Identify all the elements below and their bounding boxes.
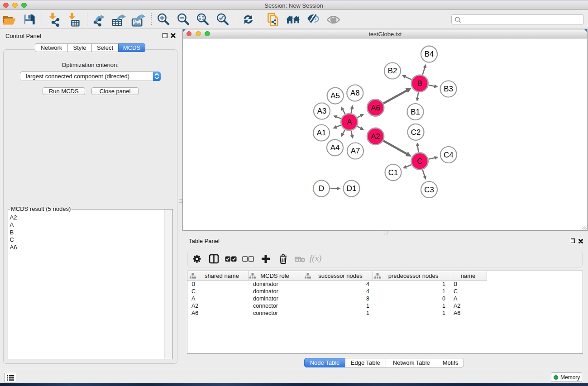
svg-text:B3: B3 bbox=[444, 85, 453, 93]
svg-text:A4: A4 bbox=[330, 143, 340, 152]
svg-text:B2: B2 bbox=[388, 67, 397, 75]
svg-text:B1: B1 bbox=[411, 108, 420, 116]
svg-text:B: B bbox=[417, 79, 422, 88]
svg-text:A6: A6 bbox=[371, 104, 380, 112]
svg-text:A3: A3 bbox=[317, 107, 327, 115]
svg-text:A7: A7 bbox=[351, 147, 360, 155]
svg-text:C4: C4 bbox=[444, 151, 453, 159]
svg-text:A8: A8 bbox=[350, 89, 360, 97]
svg-text:A5: A5 bbox=[330, 91, 340, 100]
svg-text:C3: C3 bbox=[424, 186, 434, 194]
svg-text:C1: C1 bbox=[388, 168, 398, 177]
svg-text:B4: B4 bbox=[425, 50, 434, 58]
svg-text:A1: A1 bbox=[317, 129, 326, 137]
svg-text:D: D bbox=[319, 184, 324, 193]
svg-text:C: C bbox=[417, 157, 422, 166]
svg-text:C2: C2 bbox=[411, 128, 421, 137]
svg-text:D1: D1 bbox=[347, 184, 356, 193]
svg-text:A2: A2 bbox=[371, 132, 380, 141]
svg-text:A: A bbox=[347, 118, 352, 126]
